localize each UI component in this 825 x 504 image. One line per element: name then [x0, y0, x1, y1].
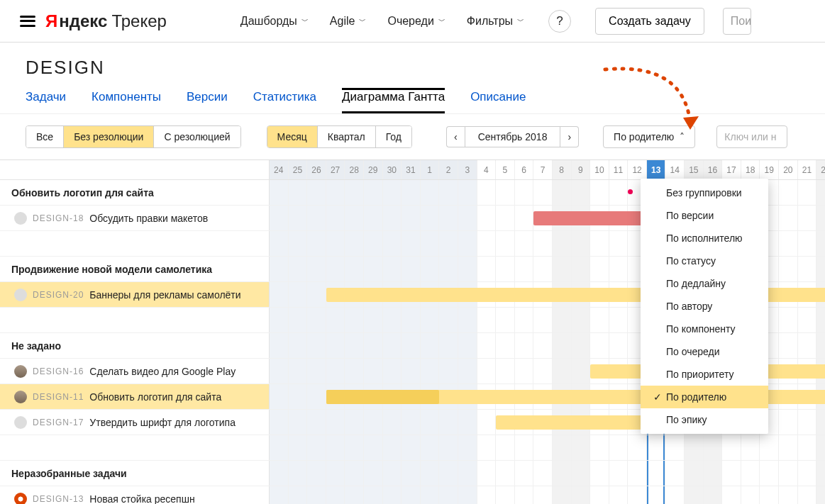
search-input[interactable]: Пои [723, 8, 751, 35]
date-cell: 18 [741, 160, 760, 179]
date-cell: 29 [364, 160, 383, 179]
task-title: Сделать видео для Google Play [89, 366, 236, 377]
date-cell: 7 [533, 160, 553, 179]
date-cell: 6 [515, 160, 534, 179]
dropdown-option[interactable]: ✓По родителю [641, 386, 768, 408]
dropdown-option[interactable]: По версии [641, 204, 768, 227]
task-key: DESIGN-17 [33, 418, 84, 427]
avatar [14, 289, 27, 301]
date-cell: 14 [665, 160, 685, 179]
task-key: DESIGN-20 [33, 290, 84, 300]
tab-components[interactable]: Компоненты [92, 90, 161, 113]
date-cell: 4 [477, 160, 497, 179]
date-cell: 19 [760, 160, 779, 179]
nav-filters[interactable]: Фильтры﹀ [467, 15, 524, 28]
tab-versions[interactable]: Версии [187, 90, 228, 113]
tab-tasks[interactable]: Задачи [26, 90, 66, 113]
pager-prev[interactable]: ‹ [446, 126, 465, 147]
filter-all[interactable]: Все [26, 126, 64, 147]
pager-label: Сентябрь 2018 [465, 126, 561, 147]
avatar [14, 416, 27, 429]
date-cell: 13 [647, 160, 666, 179]
date-cell: 5 [496, 160, 515, 179]
chevron-down-icon: ﹀ [359, 16, 366, 26]
date-cell: 3 [458, 160, 477, 179]
nav-agile[interactable]: Agile﹀ [330, 15, 367, 28]
pager-next[interactable]: › [560, 126, 579, 147]
logo-y: Я [45, 11, 57, 31]
dropdown-option[interactable]: По очереди [641, 340, 768, 363]
chevron-down-icon: ﹀ [517, 16, 524, 26]
menu-icon[interactable] [20, 16, 35, 27]
date-cell: 2 [439, 160, 458, 179]
task-key: DESIGN-18 [33, 213, 84, 223]
date-cell: 11 [609, 160, 629, 179]
resolution-filter: Все Без резолюции С резолюцией [26, 125, 241, 148]
tab-gantt[interactable]: Диаграмма Гантта [342, 88, 445, 113]
date-cell: 30 [383, 160, 402, 179]
task-title: Баннеры для рекламы самолёти [89, 289, 240, 301]
period-quarter[interactable]: Квартал [318, 126, 376, 147]
gantt-bar[interactable] [533, 211, 647, 225]
date-pager: ‹ Сентябрь 2018 › [446, 126, 579, 147]
date-cell: 26 [307, 160, 326, 179]
date-cell: 20 [779, 160, 798, 179]
dropdown-option[interactable]: По исполнителю [641, 227, 768, 250]
top-bar: Яндекс Трекер Дашборды﹀ Agile﹀ Очереди﹀ … [0, 0, 825, 43]
task-title: Утвердить шрифт для логотипа [89, 417, 236, 428]
grouping-dropdown: Без группировкиПо версииПо исполнителюПо… [641, 179, 768, 434]
dropdown-option[interactable]: Без группировки [641, 181, 768, 204]
date-cell: 1 [421, 160, 440, 179]
dropdown-option[interactable]: По приоритету [641, 363, 768, 386]
period-month[interactable]: Месяц [267, 126, 318, 147]
task-title: Новая стойка ресепшн [89, 493, 194, 505]
date-cell: 27 [326, 160, 345, 179]
create-task-button[interactable]: Создать задачу [595, 8, 704, 35]
tab-stats[interactable]: Статистика [253, 90, 316, 113]
top-nav: Дашборды﹀ Agile﹀ Очереди﹀ Фильтры﹀ [240, 15, 524, 28]
grouping-button[interactable]: По родителю˄ [603, 125, 695, 148]
dropdown-option[interactable]: По статусу [641, 250, 768, 272]
avatar [14, 391, 27, 403]
date-cell: 22 [816, 160, 825, 179]
date-cell: 28 [345, 160, 364, 179]
filter-no-resolution[interactable]: Без резолюции [64, 126, 154, 147]
dropdown-option[interactable]: По компоненту [641, 318, 768, 340]
task-title: Обсудить правки макетов [89, 213, 208, 224]
date-cell: 16 [704, 160, 723, 179]
chevron-down-icon: ﹀ [438, 16, 445, 26]
dropdown-option[interactable]: По автору [641, 295, 768, 318]
filter-with-resolution[interactable]: С резолюцией [154, 126, 240, 147]
nav-queues[interactable]: Очереди﹀ [387, 15, 445, 28]
gantt-task-row[interactable]: DESIGN-13Новая стойка ресепшн [0, 486, 825, 504]
chevron-up-icon: ˄ [680, 131, 685, 142]
dropdown-option[interactable]: По дедлайну [641, 272, 768, 295]
tabs: Задачи Компоненты Версии Статистика Диаг… [0, 86, 825, 114]
date-cell: 9 [572, 160, 591, 179]
task-key: DESIGN-13 [33, 494, 84, 504]
date-cell: 21 [798, 160, 817, 179]
page-title: DESIGN [0, 43, 825, 86]
gantt-bar[interactable] [326, 390, 440, 404]
gantt-group-row[interactable]: Неразобранные задачи [0, 461, 825, 486]
task-title: Обновить логотип для сайта [89, 391, 221, 403]
tab-description[interactable]: Описание [470, 90, 526, 113]
date-cell: 15 [685, 160, 704, 179]
avatar [14, 493, 27, 505]
date-cell: 25 [289, 160, 308, 179]
period-filter: Месяц Квартал Год [267, 125, 412, 148]
task-filter-input[interactable]: Ключ или н [716, 125, 787, 148]
help-button[interactable]: ? [548, 10, 571, 33]
date-cell: 31 [402, 160, 421, 179]
logo[interactable]: Яндекс Трекер [45, 11, 167, 31]
date-cell: 8 [553, 160, 572, 179]
nav-dashboards[interactable]: Дашборды﹀ [240, 15, 309, 28]
date-cell: 24 [270, 160, 289, 179]
date-cell: 12 [628, 160, 647, 179]
chevron-down-icon: ﹀ [301, 16, 309, 26]
avatar [14, 365, 27, 378]
dropdown-option[interactable]: По эпику [641, 408, 768, 431]
gantt-dates: 2425262728293031123456789101112131415161… [0, 160, 825, 180]
period-year[interactable]: Год [376, 126, 411, 147]
avatar [14, 212, 27, 225]
